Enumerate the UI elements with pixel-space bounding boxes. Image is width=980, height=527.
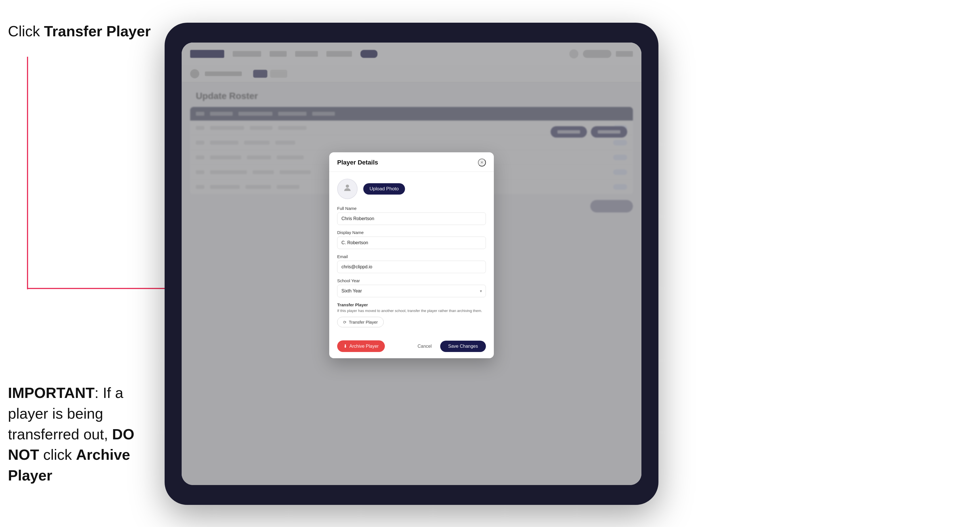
- important-label: IMPORTANT: [8, 385, 94, 401]
- school-year-group: School Year Sixth Year First Year Second…: [337, 278, 486, 297]
- display-name-input[interactable]: [337, 237, 486, 249]
- email-input[interactable]: [337, 261, 486, 273]
- email-group: Email: [337, 254, 486, 273]
- arrow-vertical: [27, 57, 28, 289]
- upload-photo-button[interactable]: Upload Photo: [363, 183, 405, 195]
- player-details-modal: Player Details ×: [329, 152, 494, 358]
- svg-point-0: [346, 185, 349, 188]
- modal-footer: ⬇ Archive Player Cancel Save Changes: [329, 336, 494, 358]
- full-name-group: Full Name: [337, 206, 486, 225]
- display-name-label: Display Name: [337, 230, 486, 235]
- avatar-section: Upload Photo: [337, 179, 486, 199]
- modal-title: Player Details: [337, 159, 378, 166]
- transfer-section-description: If this player has moved to another scho…: [337, 308, 486, 313]
- instruction-bottom: IMPORTANT: If a player is being transfer…: [8, 383, 167, 486]
- save-changes-button[interactable]: Save Changes: [440, 341, 486, 352]
- archive-icon: ⬇: [344, 343, 347, 349]
- instruction-prefix: Click: [8, 23, 44, 40]
- transfer-player-section: Transfer Player If this player has moved…: [337, 302, 486, 327]
- modal-overlay: Player Details ×: [181, 43, 641, 485]
- full-name-label: Full Name: [337, 206, 486, 211]
- modal-header: Player Details ×: [329, 152, 494, 172]
- person-icon: [342, 183, 352, 195]
- archive-btn-label: Archive Player: [349, 344, 379, 349]
- email-label: Email: [337, 254, 486, 259]
- full-name-input[interactable]: [337, 213, 486, 225]
- instruction-highlight: Transfer Player: [44, 23, 151, 40]
- instruction-top: Click Transfer Player: [8, 23, 151, 40]
- transfer-btn-label: Transfer Player: [349, 320, 378, 324]
- archive-player-button[interactable]: ⬇ Archive Player: [337, 340, 385, 352]
- instruction-text2: click: [39, 446, 76, 463]
- cancel-button[interactable]: Cancel: [413, 341, 436, 352]
- avatar-placeholder: [337, 179, 358, 199]
- school-year-select-wrapper: Sixth Year First Year Second Year Third …: [337, 285, 486, 297]
- display-name-group: Display Name: [337, 230, 486, 249]
- school-year-label: School Year: [337, 278, 486, 283]
- transfer-player-button[interactable]: ⟳ Transfer Player: [337, 317, 384, 327]
- tablet-screen: Update Roster: [181, 43, 641, 485]
- transfer-icon: ⟳: [343, 320, 347, 324]
- modal-body: Upload Photo Full Name Display Name: [329, 172, 494, 336]
- school-year-select[interactable]: Sixth Year First Year Second Year Third …: [337, 285, 486, 297]
- tablet-frame: Update Roster: [165, 23, 659, 505]
- transfer-section-label: Transfer Player: [337, 302, 486, 307]
- modal-close-button[interactable]: ×: [478, 159, 486, 167]
